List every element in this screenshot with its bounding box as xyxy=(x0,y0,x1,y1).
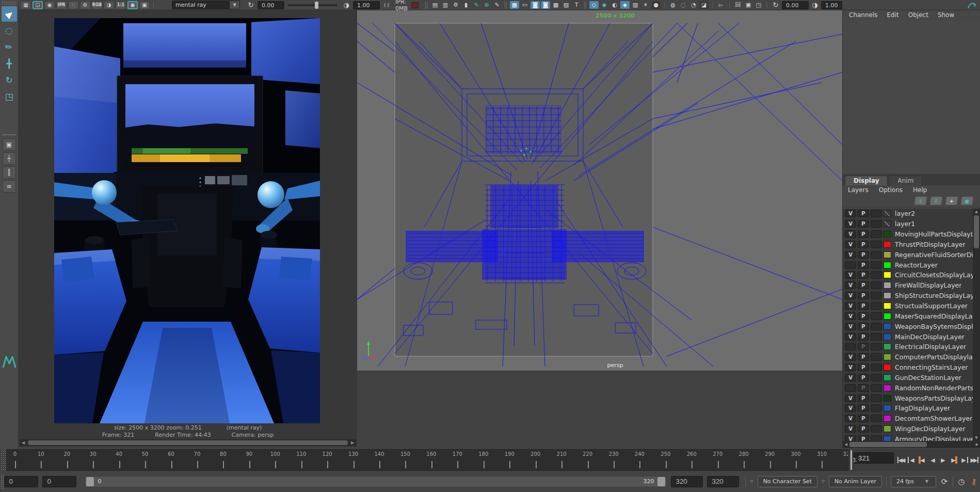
select-tool[interactable]: ▶ xyxy=(2,6,17,22)
layer-row[interactable]: V P ShipStructureDisplayLayer xyxy=(843,291,973,301)
step-back-frame-button[interactable]: ◀ xyxy=(907,454,917,466)
time-slider-ruler[interactable]: 0 10 20 30 40 50 60 xyxy=(6,449,848,471)
layer-row[interactable]: V P DecomtamShowerLayer xyxy=(843,414,973,424)
layer-color-swatch[interactable] xyxy=(883,282,891,289)
layer-display-toggle[interactable] xyxy=(871,363,882,371)
layer-name-label[interactable]: ThrustPitDisplayLayer xyxy=(893,241,966,248)
add-empty-layer-icon[interactable]: + xyxy=(945,197,958,205)
grid-icon[interactable]: ▦ xyxy=(510,1,519,9)
scroll-down-icon[interactable]: ▼ xyxy=(973,435,980,441)
layer-playback-toggle[interactable]: P xyxy=(858,241,869,248)
layer-display-toggle[interactable] xyxy=(871,261,882,269)
playback-range-slider[interactable]: 0 320 xyxy=(85,476,667,487)
layer-playback-toggle[interactable]: P xyxy=(858,271,869,279)
layer-color-swatch[interactable] xyxy=(883,436,891,441)
layer-visible-toggle[interactable]: V xyxy=(845,323,856,330)
layer-name-label[interactable]: layer2 xyxy=(893,210,915,217)
layer-vertical-scrollbar[interactable]: ▲ ▼ xyxy=(973,209,980,441)
layer-visible-toggle[interactable]: V xyxy=(845,302,856,310)
scroll-right-icon[interactable]: ▶ xyxy=(974,442,980,447)
layer-row[interactable]: V P ComputerPartsDisplaylayer xyxy=(843,352,973,362)
layer-row[interactable]: P ElectricalDisplayLayer xyxy=(843,342,973,352)
scroll-up-icon[interactable]: ▲ xyxy=(973,209,980,215)
pan-zoom-icon[interactable]: ⊕ xyxy=(482,1,491,9)
layer-display-toggle[interactable] xyxy=(871,374,882,382)
layer-row[interactable]: V P RegenativeFluidSorterDisplayL xyxy=(843,249,973,260)
layer-color-swatch[interactable] xyxy=(883,262,891,268)
layer-color-swatch[interactable] xyxy=(883,220,891,227)
layer-display-toggle[interactable] xyxy=(871,312,882,320)
layer-name-label[interactable]: MaserSquaredDisplayLayer xyxy=(893,312,973,320)
toolbar-grip[interactable] xyxy=(425,2,427,9)
add-layer-from-selected-icon[interactable]: ● xyxy=(961,197,973,205)
Object[interactable]: Object xyxy=(908,11,928,19)
toolbox-drag-handle[interactable] xyxy=(2,1,17,5)
layer-playback-toggle[interactable]: P xyxy=(858,302,869,310)
anim-layer-field[interactable]: No Anim Layer xyxy=(829,476,882,487)
layer-row[interactable]: P RandomNonRenderPartsLayer xyxy=(843,383,973,393)
go-to-start-button[interactable]: ◀◀ xyxy=(897,454,907,466)
layer-name-label[interactable]: MainDecDisplayLayer xyxy=(893,333,965,341)
layer-playback-toggle[interactable]: P xyxy=(858,261,869,269)
layer-playback-toggle[interactable]: P xyxy=(858,425,869,433)
layer-color-swatch[interactable] xyxy=(883,425,891,432)
layer-row[interactable]: V P WingDecDisplayLayer xyxy=(843,424,973,434)
toolbar-grip[interactable] xyxy=(584,2,586,9)
layer-row[interactable]: V P StructualSupportLayer xyxy=(843,301,973,311)
depth-of-field-icon[interactable]: ◪ xyxy=(699,1,709,9)
layer-display-toggle[interactable] xyxy=(871,251,882,259)
safe-title-icon[interactable]: T xyxy=(572,1,581,9)
image-plane-icon[interactable]: ✎ xyxy=(472,1,481,9)
ssao-icon[interactable]: ◍ xyxy=(668,1,678,9)
layer-name-label[interactable]: WingDecDisplayLayer xyxy=(893,425,966,433)
layer-visible-toggle[interactable]: V xyxy=(845,353,856,361)
layer-color-swatch[interactable] xyxy=(883,272,891,278)
anim-layer-menu-icon[interactable]: ▽ xyxy=(822,479,825,484)
layout-single-pane-button[interactable]: ▣ xyxy=(3,138,16,151)
layer-color-swatch[interactable] xyxy=(883,354,891,360)
Options[interactable]: Options xyxy=(879,186,903,194)
pause-ipr-icon[interactable]: ❚❚ xyxy=(381,1,392,9)
layer-row[interactable]: V P layer1 xyxy=(843,219,973,229)
layer-color-swatch[interactable] xyxy=(883,385,891,391)
layer-playback-toggle[interactable]: P xyxy=(858,333,869,341)
layer-name-label[interactable]: ComputerPartsDisplaylayer xyxy=(893,353,973,361)
multisample-icon[interactable]: ◔ xyxy=(689,1,698,9)
layer-display-toggle[interactable] xyxy=(871,281,882,289)
camera-attributes-icon[interactable]: ⚙ xyxy=(451,1,460,9)
layer-row[interactable]: P ReactorLayer xyxy=(843,260,973,270)
layer-playback-toggle[interactable]: P xyxy=(858,312,869,320)
textured-icon[interactable]: ▨ xyxy=(631,1,640,9)
layer-name-label[interactable]: ConnectingStairsLayer xyxy=(893,363,968,371)
play-forwards-button[interactable]: ▶ xyxy=(938,454,948,466)
layout-split-pane-button[interactable]: ║ xyxy=(3,166,16,179)
layer-name-label[interactable]: ShipStructureDisplayLayer xyxy=(893,292,973,299)
layer-playback-toggle[interactable]: P xyxy=(858,374,869,382)
layer-row[interactable]: V P MaserSquaredDisplayLayer xyxy=(843,311,973,321)
layer-name-label[interactable]: WeaponsPartsDisplayLayer xyxy=(893,394,973,402)
scrollbar-thumb[interactable] xyxy=(974,215,979,248)
layer-name-label[interactable]: ArmouryDecDisplayLayer xyxy=(893,435,973,441)
layout-outliner-pane-button[interactable]: ≡ xyxy=(3,180,16,193)
layer-visible-toggle[interactable]: V xyxy=(845,394,856,402)
ipr-render-icon[interactable]: IPR xyxy=(56,1,67,9)
layer-display-toggle[interactable] xyxy=(871,435,882,441)
renderer-dropdown[interactable]: mental ray ▼ xyxy=(172,1,240,9)
layer-playback-toggle[interactable]: P xyxy=(858,220,869,228)
remove-image-icon[interactable]: ▣ xyxy=(139,1,150,9)
motion-blur-icon[interactable]: ◌ xyxy=(679,1,688,9)
go-to-end-button[interactable]: ▶▶ xyxy=(969,454,979,466)
layer-color-swatch[interactable] xyxy=(883,313,891,320)
layer-color-swatch[interactable] xyxy=(883,405,891,411)
layer-color-swatch[interactable] xyxy=(883,292,891,299)
exposure-field[interactable]: 0.00 xyxy=(258,1,284,9)
render-horizontal-scrollbar[interactable]: ◀ ▶ xyxy=(20,439,356,446)
layer-color-swatch[interactable] xyxy=(883,303,891,309)
layer-color-swatch[interactable] xyxy=(883,241,891,248)
layer-visible-toggle[interactable]: V xyxy=(845,312,856,320)
scrollbar-thumb[interactable] xyxy=(28,440,348,445)
layer-name-label[interactable]: RandomNonRenderPartsLayer xyxy=(893,384,973,392)
channel-box-empty-area[interactable] xyxy=(843,20,980,174)
scroll-right-icon[interactable]: ▶ xyxy=(349,440,356,445)
contrast-field[interactable]: 1.00 xyxy=(353,1,380,9)
